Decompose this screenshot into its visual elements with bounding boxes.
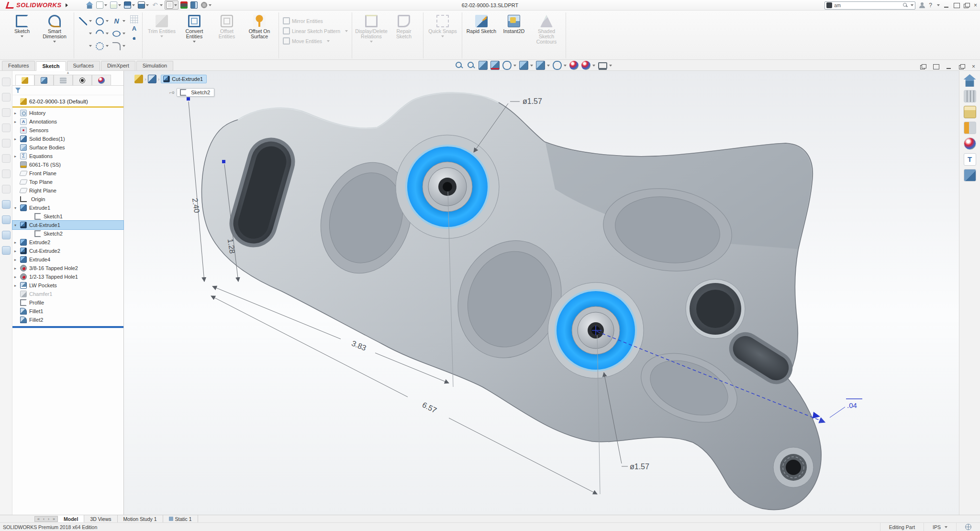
tree-root-item[interactable]: 62-02-9000-13 (Default) [12,97,123,106]
tab-simulation[interactable]: Simulation [136,61,173,70]
tree-item[interactable]: 6061-T6 (SS) [12,160,123,169]
dim-04[interactable]: .04 [847,401,857,409]
spline-tool-dropdown-icon[interactable] [122,20,125,22]
options-dropdown-icon[interactable] [209,4,212,6]
smart-dimension-button[interactable]: Smart Dimension [39,13,70,43]
expand-arrow-icon[interactable]: ▾ [14,223,19,227]
search-input[interactable] [834,3,901,8]
offset-on-surface-button[interactable]: Offset On Surface [244,13,275,39]
breadcrumb-sketch-chip[interactable]: Sketch2 [177,88,214,97]
tab-features[interactable]: Features [2,61,35,70]
doc-close-icon[interactable]: × [972,61,975,72]
select-button[interactable] [165,0,178,10]
filter-icon[interactable] [15,88,21,93]
side-tool-icon[interactable] [2,215,11,224]
tree-item[interactable]: Fillet2 [12,316,123,324]
cascade-windows-button[interactable] [964,3,970,8]
expand-arrow-icon[interactable]: ▸ [14,283,19,288]
help-dropdown-icon[interactable] [937,4,940,6]
maximize-button[interactable] [954,3,960,8]
manager-tab-properties[interactable] [34,75,54,85]
section-view-button[interactable] [490,61,500,70]
breadcrumb-part-icon[interactable] [134,75,143,83]
search-box[interactable] [824,1,915,10]
tree-item[interactable]: Origin [12,195,123,203]
tree-item[interactable]: Profile [12,298,123,307]
display-style-button[interactable] [536,61,550,70]
corner-rectangle-tool-button[interactable] [78,28,93,39]
open-file-button[interactable] [109,1,122,9]
last-tab-button[interactable]: » [51,517,56,521]
options-button[interactable] [200,1,212,9]
dim-6-57[interactable]: 6.57 [421,400,438,414]
view-orientation-button[interactable] [519,61,533,70]
expand-arrow-icon[interactable]: ▸ [14,249,19,253]
ellipse-tool-button[interactable] [111,28,126,39]
dynamic-annotation-button[interactable] [502,61,516,70]
doc-maximize-icon[interactable] [933,64,939,69]
tree-item[interactable]: Sensors [12,126,123,135]
arc-tool-button[interactable] [95,28,110,39]
tree-item[interactable]: ▸Cut-Extrude2 [12,247,123,255]
tree-item[interactable]: Top Plane [12,178,123,186]
expand-arrow-icon[interactable]: ▸ [14,120,19,124]
home-button[interactable] [85,1,94,9]
manager-tab-configurations[interactable] [54,75,73,85]
status-globe[interactable] [956,523,980,531]
print-dropdown-icon[interactable] [146,4,149,6]
tree-item[interactable]: Sketch1 [12,212,123,221]
sketch-dropdown-icon[interactable] [21,35,23,37]
tab-surfaces[interactable]: Surfaces [67,61,100,70]
tree-item[interactable]: ▸Extrude4 [12,255,123,264]
dim-dia-top[interactable]: ø1.57 [523,97,542,105]
doc-tab-motion-study-1[interactable]: Motion Study 1 [118,515,163,522]
apply-scene-dropdown-icon[interactable] [592,65,595,67]
zoom-to-fit-button[interactable] [455,61,464,70]
tree-item[interactable]: ▸Extrude2 [12,238,123,247]
sketch-button[interactable]: Sketch [7,13,37,37]
menu-flyout-icon[interactable] [66,3,68,7]
tree-item[interactable]: ▾Cut-Extrude1 [12,221,123,229]
circle-tool-button[interactable] [95,15,110,27]
trim-grid-tool-icon[interactable] [130,15,138,23]
expand-arrow-icon[interactable]: ▸ [14,111,19,115]
select-dropdown-icon[interactable] [174,4,177,6]
smart-dimension-dropdown-icon[interactable] [53,41,56,43]
corner-rectangle-tool-dropdown-icon[interactable] [89,33,92,34]
user-account-icon[interactable] [919,2,925,8]
point-tool-icon[interactable] [130,34,138,43]
undo-button[interactable]: ↶ [151,1,164,9]
tree-item[interactable]: ▸History [12,109,123,117]
ellipse-tool-dropdown-icon[interactable] [122,33,125,34]
view-orientation-dropdown-icon[interactable] [530,65,533,67]
undo-dropdown-icon[interactable] [160,4,163,6]
dim-3-83[interactable]: 3.83 [350,339,367,352]
tree-item[interactable]: ▸3/8-16 Tapped Hole2 [12,264,123,272]
appearances-scenes-icon[interactable] [964,137,976,150]
convert-entities-dropdown-icon[interactable] [193,41,196,43]
breadcrumb-body-icon[interactable] [148,75,156,83]
apply-scene-button[interactable] [581,61,595,70]
spline-tool-button[interactable]: N [111,15,126,27]
highlighted-bore-1[interactable] [396,135,499,238]
tree-item[interactable]: ▸LW Pockets [12,281,123,290]
file-properties-button[interactable] [189,1,199,9]
convert-entities-button[interactable]: Convert Entities [179,13,210,43]
manager-tab-features[interactable] [15,75,34,85]
tree-item[interactable]: ▸AAnnotations [12,117,123,126]
expand-arrow-icon[interactable]: ▾ [14,206,19,210]
tree-item[interactable]: ▸ΣEquations [12,152,123,160]
expand-arrow-icon[interactable]: ▸ [14,266,19,271]
view-settings-button[interactable] [598,62,612,69]
doc-minimize-icon[interactable] [946,64,952,69]
expand-arrow-icon[interactable]: ▸ [14,240,19,245]
tab-dimxpert[interactable]: DimXpert [101,61,135,70]
sketch-fillet-tool-button[interactable] [111,40,126,52]
manager-tab-display[interactable] [92,75,111,85]
first-tab-button[interactable]: « [36,517,41,521]
mirror-tool-icon[interactable]: A [130,25,138,33]
rollback-bar[interactable] [12,326,123,328]
panel-grip[interactable]: ▴ [12,71,123,75]
view-settings-dropdown-icon[interactable] [609,65,612,67]
expand-arrow-icon[interactable]: ▸ [14,275,19,279]
